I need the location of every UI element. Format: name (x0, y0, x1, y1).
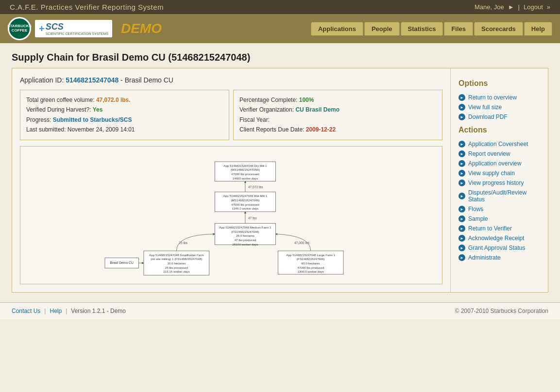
main-nav: Applications People Statistics Files Sco… (311, 22, 552, 35)
logout-arrow-icon: » (547, 3, 550, 11)
link-return-overview[interactable]: ► Return to overview (458, 93, 540, 102)
bullet-icon-2: ► (458, 104, 465, 111)
bullet-icon-10: ► (458, 206, 465, 212)
link-sample[interactable]: ► Sample (458, 214, 540, 224)
submitted-label: Last submitted: (26, 126, 66, 133)
options-title: Options (458, 79, 540, 88)
left-panel: Application ID: 51468215247048 - Brasil … (12, 68, 451, 292)
svg-text:47000 lbs processed: 47000 lbs processed (231, 172, 259, 176)
diagram-svg: Brasil Demo CU App 51468215247048 Smallh… (25, 151, 437, 278)
link-view-full-size[interactable]: ► View full size (458, 102, 540, 112)
submitted-value: November 24, 2009 14:01 (68, 126, 135, 133)
bullet-icon-6: ► (458, 160, 465, 167)
nav-people[interactable]: People (364, 22, 400, 35)
username: Mane, Joe (475, 3, 504, 11)
right-panel: Options ► Return to overview ► View full… (451, 68, 548, 292)
bullet-icon-1: ► (458, 94, 465, 101)
logout-link[interactable]: Logout (524, 3, 543, 11)
page-title: Supply Chain for Brasil Demo CU (5146821… (0, 43, 560, 68)
svg-text:(FS1468215247048): (FS1468215247048) (231, 229, 259, 233)
svg-text:10.0 hectares: 10.0 hectares (167, 261, 186, 265)
svg-text:47000 lbs produced: 47000 lbs produced (297, 265, 324, 269)
footer: Contact Us | Help | Version 1.2.1 - Demo… (0, 302, 560, 319)
due-label: Client Reports Due Date: (239, 126, 304, 133)
svg-text:App 51468215247048 Dry Mill 1: App 51468215247048 Dry Mill 1 (223, 163, 267, 167)
scs-text: SCS (46, 22, 64, 32)
footer-contact-link[interactable]: Contact Us (12, 308, 40, 314)
svg-text:47000 lbs processed: 47000 lbs processed (231, 202, 259, 206)
footer-left: Contact Us | Help | Version 1.2.1 - Demo (12, 308, 126, 314)
nav-help[interactable]: Help (524, 22, 552, 35)
logo-bar: STARBUCKS COFFEE + SCS SCIENTIFIC CERTIF… (0, 14, 560, 43)
svg-text:(MS14682152470N6): (MS14682152470N6) (231, 168, 260, 171)
svg-text:60.0 hectares: 60.0 hectares (302, 261, 320, 265)
link-view-progress-history[interactable]: ► View progress history (458, 178, 540, 188)
footer-sep2: | (66, 308, 67, 314)
link-acknowledge-receipt[interactable]: ► Acknowledge Receipt (458, 233, 540, 243)
fiscal-label: Fiscal Year: (239, 116, 270, 123)
logo-area: STARBUCKS COFFEE + SCS SCIENTIFIC CERTIF… (8, 17, 162, 40)
bullet-icon-4: ► (458, 141, 465, 147)
arrow-icon: ► (508, 3, 514, 11)
svg-text:(FS1468215247000): (FS1468215247000) (297, 257, 324, 261)
svg-text:App 51468215247048 Wet Mill 1: App 51468215247048 Wet Mill 1 (223, 194, 268, 197)
footer-help-link[interactable]: Help (50, 308, 62, 314)
progress-label: Progress: (26, 116, 51, 123)
bullet-icon-7: ► (458, 170, 465, 177)
info-box-left: Total green coffee volume: 47,072.0 lbs.… (20, 90, 229, 140)
supply-chain-diagram: Brasil Demo CU App 51468215247048 Smallh… (20, 146, 442, 284)
harvest-value: Yes (93, 106, 103, 113)
nav-statistics[interactable]: Statistics (401, 22, 443, 35)
link-download-pdf[interactable]: ► Download PDF (458, 112, 540, 122)
svg-text:(on site milling) 1 (FS1468215: (on site milling) 1 (FS1468215247048) (151, 257, 202, 261)
verifier-label: Verifier Organization: (239, 106, 294, 113)
svg-text:App 51468215247048 Medium Farm: App 51468215247048 Medium Farm 1 (219, 225, 272, 229)
link-return-verifier[interactable]: ► Return to Verifier (458, 224, 540, 233)
link-flows[interactable]: ► Flows (458, 204, 540, 214)
nav-applications[interactable]: Applications (311, 22, 363, 35)
link-report-overview[interactable]: ► Report overview (458, 149, 540, 159)
scs-sub: SCIENTIFIC CERTIFICATION SYSTEMS (46, 32, 108, 35)
svg-text:213.15 worker days: 213.15 worker days (163, 270, 190, 273)
progress-value: Submitted to Starbucks/SCS (53, 116, 132, 123)
svg-text:47,000 lbs: 47,000 lbs (294, 241, 310, 244)
scs-plus-icon: + (39, 23, 45, 34)
svg-text:25100 worker days: 25100 worker days (232, 242, 258, 245)
svg-text:14600 worker days: 14600 worker days (232, 176, 258, 180)
svg-text:25 lbs: 25 lbs (179, 241, 188, 244)
nav-scorecards[interactable]: Scorecards (474, 22, 523, 35)
bullet-icon-12: ► (458, 225, 465, 232)
app-id-bar: Application ID: 51468215247048 - Brasil … (20, 76, 442, 84)
nav-files[interactable]: Files (444, 22, 473, 35)
actions-title: Actions (458, 126, 540, 134)
bullet-icon-9: ► (458, 193, 465, 199)
top-bar: C.A.F.E. Practices Verifier Reporting Sy… (0, 0, 560, 14)
svg-text:47 lbs produced: 47 lbs produced (235, 238, 256, 241)
svg-text:Brasil Demo CU: Brasil Demo CU (110, 261, 134, 264)
bullet-icon-14: ► (458, 245, 465, 251)
footer-version: Version 1.2.1 - Demo (71, 308, 126, 314)
link-app-coversheet[interactable]: ► Application Coversheet (458, 139, 540, 149)
due-value: 2009-12-22 (306, 126, 336, 133)
svg-text:1345.0 worker days: 1345.0 worker days (232, 207, 259, 210)
app-name: - Brasil Demo CU (120, 76, 173, 84)
main-content: Application ID: 51468215247048 - Brasil … (12, 68, 548, 293)
link-grant-approval[interactable]: ► Grant Approval Status (458, 243, 540, 253)
volume-label: Total green coffee volume: (26, 97, 95, 103)
link-view-supply-chain[interactable]: ► View supply chain (458, 168, 540, 178)
system-title: C.A.F.E. Practices Verifier Reporting Sy… (10, 3, 164, 11)
info-box-right: Percentage Complete: 100% Verifier Organ… (233, 90, 442, 140)
footer-copyright: © 2007-2010 Starbucks Corporation (455, 308, 548, 314)
link-administrate[interactable]: ► Administrate (458, 253, 540, 262)
bullet-icon-3: ► (458, 114, 465, 120)
svg-text:47,072 lbs: 47,072 lbs (248, 185, 264, 189)
pct-label: Percentage Complete: (239, 97, 297, 103)
scs-logo: + SCS SCIENTIFIC CERTIFICATION SYSTEMS (35, 20, 112, 37)
harvest-label: Verified During Harvest?: (26, 106, 91, 113)
link-app-overview[interactable]: ► Application overview (458, 159, 540, 168)
starbucks-logo: STARBUCKS COFFEE (8, 17, 31, 40)
app-id-link[interactable]: 51468215247048 (66, 76, 119, 84)
svg-text:47 lbs: 47 lbs (248, 216, 257, 219)
link-disputes[interactable]: ► Disputes/Audit/Review Status (458, 188, 540, 204)
bullet-icon-15: ► (458, 254, 465, 261)
